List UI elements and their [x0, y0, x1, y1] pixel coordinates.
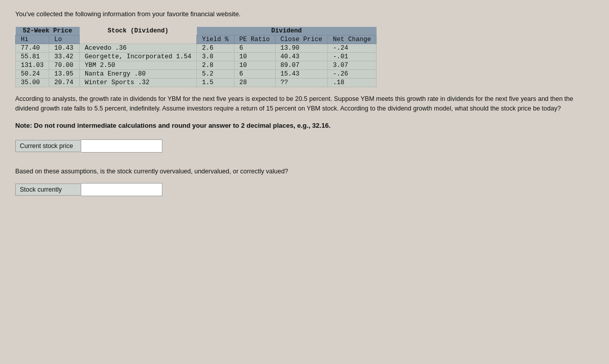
intro-text: You've collected the following informati…	[15, 10, 594, 18]
cell-pe-2: 10	[234, 61, 275, 70]
cell-stock-4: Winter Sports .32	[80, 79, 197, 87]
cell-close-3: 15.43	[275, 70, 328, 79]
current-stock-price-label: Current stock price	[15, 140, 81, 152]
cell-stock-2: YBM 2.50	[80, 61, 197, 70]
current-stock-price-row: Current stock price	[15, 139, 594, 153]
stock-currently-label: Stock currently	[15, 184, 81, 196]
cell-close-0: 13.90	[275, 44, 328, 53]
based-text: Based on these assumptions, is the stock…	[15, 168, 594, 175]
table-row: 55.8133.42Georgette, Incorporated 1.543.…	[16, 53, 377, 61]
week-price-header: 52-Week Price	[16, 27, 80, 35]
cell-net-1: -.01	[328, 53, 377, 61]
pe-header: PE Ratio	[234, 35, 275, 44]
table-row: 77.4010.43Acevedo .362.6613.90-.24	[16, 44, 377, 53]
cell-hi-3: 50.24	[16, 70, 49, 79]
cell-yield-2: 2.8	[197, 61, 234, 70]
table-row: 131.0370.00YBM 2.502.81089.073.07	[16, 61, 377, 70]
cell-stock-1: Georgette, Incorporated 1.54	[80, 53, 197, 61]
cell-yield-3: 5.2	[197, 70, 234, 79]
cell-yield-0: 2.6	[197, 44, 234, 53]
cell-net-0: -.24	[328, 44, 377, 53]
stock-header: Stock (Dividend)	[80, 27, 197, 44]
cell-lo-2: 70.00	[49, 61, 80, 70]
cell-net-3: -.26	[328, 70, 377, 79]
cell-pe-0: 6	[234, 44, 275, 53]
table-row: 50.2413.95Nanta Energy .805.2615.43-.26	[16, 70, 377, 79]
table-row: 35.0020.74Winter Sports .321.528??.18	[16, 79, 377, 87]
cell-close-2: 89.07	[275, 61, 328, 70]
analysis-text: According to analysts, the growth rate i…	[15, 94, 573, 114]
cell-hi-0: 77.40	[16, 44, 49, 53]
cell-lo-0: 10.43	[49, 44, 80, 53]
cell-pe-3: 6	[234, 70, 275, 79]
stock-currently-row: Stock currently	[15, 183, 594, 196]
cell-stock-3: Nanta Energy .80	[80, 70, 197, 79]
hi-header: Hi	[16, 35, 49, 44]
stock-currently-input[interactable]	[81, 183, 162, 196]
cell-net-4: .18	[328, 79, 377, 87]
cell-hi-2: 131.03	[16, 61, 49, 70]
cell-stock-0: Acevedo .36	[80, 44, 197, 53]
cell-close-4: ??	[275, 79, 328, 87]
cell-hi-4: 35.00	[16, 79, 49, 87]
note-text: Note: Do not round intermediate calculat…	[15, 122, 594, 129]
lo-header: Lo	[49, 35, 80, 44]
close-header: Close Price	[275, 35, 328, 44]
cell-yield-1: 3.8	[197, 53, 234, 61]
cell-lo-3: 13.95	[49, 70, 80, 79]
cell-pe-4: 28	[234, 79, 275, 87]
cell-close-1: 40.43	[275, 53, 328, 61]
cell-pe-1: 10	[234, 53, 275, 61]
yield-header: Yield %	[197, 35, 234, 44]
cell-lo-1: 33.42	[49, 53, 80, 61]
cell-lo-4: 20.74	[49, 79, 80, 87]
stock-table-wrapper: 52-Week Price Stock (Dividend) Dividend …	[15, 27, 594, 87]
cell-net-2: 3.07	[328, 61, 377, 70]
net-header: Net Change	[328, 35, 377, 44]
dividend-header: Dividend	[197, 27, 377, 35]
current-stock-price-input[interactable]	[81, 139, 162, 153]
cell-hi-1: 55.81	[16, 53, 49, 61]
stock-table: 52-Week Price Stock (Dividend) Dividend …	[15, 27, 377, 87]
cell-yield-4: 1.5	[197, 79, 234, 87]
